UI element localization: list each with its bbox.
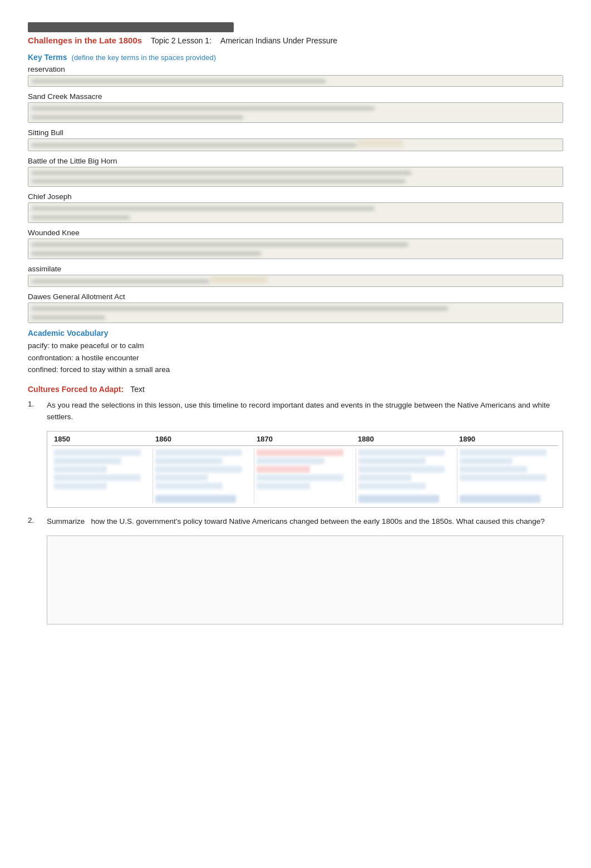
answer-box-dawes-act[interactable]: xxxxxxxxxxxxxxxxxxxxxxxxxxxxxxxxxxxxxxxx… [28,302,563,323]
tl-item [155,449,242,456]
answer-box-wounded-knee[interactable]: xxxxxxxxxxxxxxxxxxxxxxxxxxxxxxxxxxxxxxxx… [28,239,563,259]
answer-box-little-big-horn[interactable]: xxxxxxxxxxxxxxxxxxxxxxxxxxxxxxxxxxxxxxxx… [28,167,563,187]
key-terms-instruction: (define the key terms in the spaces prov… [72,53,216,62]
vocab-item-confrontation: confrontation: a hostile encounter [28,352,563,364]
answer-blurred-dawes-act: xxxxxxxxxxxxxxxxxxxxxxxxxxxxxxxxxxxxxxxx… [32,304,559,321]
term-row-little-big-horn: Battle of the Little Big Horn xxxxxxxxxx… [28,157,563,187]
tl-item [54,449,141,456]
answer-blurred-assimilate: xxxxxxxxxxxxxxxxxxxxxxxxxxxxxxxxxxxxxxxx… [32,276,559,285]
term-row-dawes-act: Dawes General Allotment Act xxxxxxxxxxxx… [28,292,563,323]
vocab-term-confined: confined: [28,365,58,374]
vocab-item-pacify: pacify: to make peaceful or to calm [28,340,563,352]
tl-item [155,458,223,464]
tl-item [257,474,343,481]
timeline-year-1870: 1870 [254,435,356,443]
redacted-header-bar [28,22,234,32]
tl-item [358,449,445,456]
tl-item [54,466,107,473]
question-2-block: 2. Summarize how the U.S. government's p… [28,515,563,528]
answer-box-assimilate[interactable]: xxxxxxxxxxxxxxxxxxxxxxxxxxxxxxxxxxxxxxxx… [28,275,563,287]
term-name-wounded-knee: Wounded Knee [28,229,563,237]
term-name-reservation: reservation [28,65,563,73]
key-terms-section: Key Terms (define the key terms in the s… [28,53,563,323]
answer-blurred-reservation: xxxxxxxxxxxxxxxxxxxxxxxxxxxxxxxxxxxxxxxx… [32,77,559,85]
term-row-wounded-knee: Wounded Knee xxxxxxxxxxxxxxxxxxxxxxxxxxx… [28,229,563,259]
tl-item [54,483,107,489]
tl-item [460,458,513,464]
q2-answer-area[interactable] [47,535,563,624]
term-name-sitting-bull: Sitting Bull [28,128,563,137]
timeline-year-1880: 1880 [356,435,457,443]
term-name-assimilate: assimilate [28,265,563,273]
term-name-dawes-act: Dawes General Allotment Act [28,292,563,301]
tl-item [460,449,546,456]
key-terms-header: Key Terms (define the key terms in the s… [28,53,563,62]
tl-item [358,474,411,481]
tl-item [54,474,141,481]
tl-item [358,458,426,464]
term-name-little-big-horn: Battle of the Little Big Horn [28,157,563,165]
answer-blurred-sand-creek: xxxxxxxxxxxxxxxxxxxxxxxxxxxxxxxxxxxxxxxx… [32,104,559,121]
timeline-col-1870[interactable] [254,448,356,504]
timeline-col-1880[interactable] [356,448,457,504]
lesson-name: American Indians Under Pressure [220,36,337,45]
timeline-col-1850[interactable] [52,448,153,504]
answer-blurred-wounded-knee: xxxxxxxxxxxxxxxxxxxxxxxxxxxxxxxxxxxxxxxx… [32,240,559,257]
vocab-term-confrontation: confrontation: [28,354,73,362]
tl-item [155,483,223,489]
answer-box-sitting-bull[interactable]: xxxxxxxxxxxxxxxxxxxxxxxxxxxxxxxxxxxxxxxx… [28,138,563,151]
q1-text: As you read the selections in this lesso… [47,399,563,423]
answer-box-reservation[interactable]: xxxxxxxxxxxxxxxxxxxxxxxxxxxxxxxxxxxxxxxx… [28,75,563,87]
answer-blurred-chief-joseph: xxxxxxxxxxxxxxxxxxxxxxxxxxxxxxxxxxxxxxxx… [32,204,559,221]
timeline-year-1890: 1890 [457,435,558,443]
tl-item [460,474,546,481]
term-row-assimilate: assimilate xxxxxxxxxxxxxxxxxxxxxxxxxxxxx… [28,265,563,287]
vocab-def-confrontation: a hostile encounter [76,354,139,362]
tl-item [358,483,426,489]
vocab-item-confined: confined: forced to stay within a small … [28,364,563,376]
timeline-container: 1850 1860 1870 1880 1890 [47,431,563,508]
tl-label [460,495,540,503]
term-row-sitting-bull: Sitting Bull xxxxxxxxxxxxxxxxxxxxxxxxxxx… [28,128,563,151]
answer-box-chief-joseph[interactable]: xxxxxxxxxxxxxxxxxxxxxxxxxxxxxxxxxxxxxxxx… [28,202,563,223]
term-row-chief-joseph: Chief Joseph xxxxxxxxxxxxxxxxxxxxxxxxxxx… [28,192,563,223]
timeline-header-row: 1850 1860 1870 1880 1890 [52,435,558,446]
tl-label [358,495,439,503]
cultures-header: Cultures Forced to Adapt: Text [28,385,563,394]
tl-item [257,458,324,464]
answer-box-sand-creek[interactable]: xxxxxxxxxxxxxxxxxxxxxxxxxxxxxxxxxxxxxxxx… [28,102,563,123]
academic-vocab-label: Academic Vocabulary [28,329,563,338]
timeline-year-1850: 1850 [52,435,153,443]
cultures-text-label: Text [130,385,145,394]
q2-text: Summarize how the U.S. government's poli… [47,515,545,528]
tl-label [155,495,236,503]
tl-item [358,466,445,473]
tl-item [257,483,309,489]
tl-item [257,466,309,473]
vocab-term-pacify: pacify: [28,341,50,350]
timeline-col-1890[interactable] [457,448,558,504]
question-1-block: 1. As you read the selections in this le… [28,399,563,423]
q2-number: 2. [28,515,41,528]
tl-item [54,458,121,464]
term-row-reservation: reservation xxxxxxxxxxxxxxxxxxxxxxxxxxxx… [28,65,563,87]
answer-blurred-little-big-horn: xxxxxxxxxxxxxxxxxxxxxxxxxxxxxxxxxxxxxxxx… [32,168,559,186]
timeline-year-1860: 1860 [153,435,254,443]
tl-item [155,466,242,473]
answer-blurred-sitting-bull: xxxxxxxxxxxxxxxxxxxxxxxxxxxxxxxxxxxxxxxx… [32,140,559,149]
vocab-def-pacify: to make peaceful or to calm [52,341,144,350]
cultures-label: Cultures Forced to Adapt: [28,385,124,394]
term-name-sand-creek: Sand Creek Massacre [28,92,563,101]
timeline-col-1860[interactable] [153,448,254,504]
tl-item [155,474,208,481]
cultures-section: Cultures Forced to Adapt: Text 1. As you… [28,385,563,624]
key-terms-label: Key Terms [28,53,67,62]
title-row: Challenges in the Late 1800s Topic 2 Les… [28,36,563,45]
challenges-title: Challenges in the Late 1800s [28,36,142,45]
timeline-body [52,448,558,504]
tl-item [460,466,527,473]
tl-item [257,449,343,456]
term-row-sand-creek: Sand Creek Massacre xxxxxxxxxxxxxxxxxxxx… [28,92,563,123]
academic-vocab-section: Academic Vocabulary pacify: to make peac… [28,329,563,376]
q1-number: 1. [28,399,41,423]
